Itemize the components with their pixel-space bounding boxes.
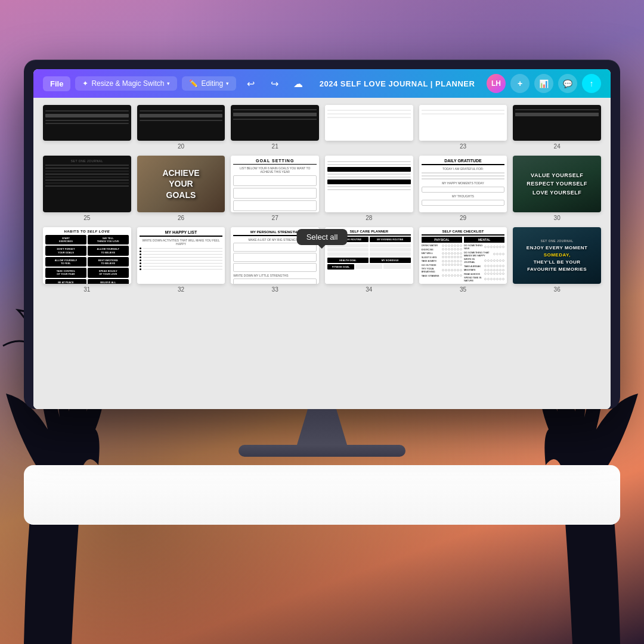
share-icon: ↑ — [590, 79, 594, 88]
page-item-36[interactable]: SET ONE JOURNAL ENJOY EVERY MOMENT SOMED… — [513, 227, 601, 293]
document-title: 2024 SELF LOVE JOURNAL | PLANNER — [320, 79, 475, 88]
pencil-icon: ✏️ — [189, 79, 198, 88]
monitor-stand-neck — [286, 409, 358, 445]
page-item-30[interactable]: VALUE YOURSELF RESPECT YOURSELF LOVE YOU… — [513, 156, 601, 221]
file-button[interactable]: File — [43, 76, 70, 91]
page-item-23[interactable]: 23 — [419, 105, 507, 150]
monitor: File ✦ Resize & Magic Switch ▾ ✏️ Editin… — [24, 60, 620, 457]
monitor-screen: File ✦ Resize & Magic Switch ▾ ✏️ Editin… — [24, 60, 620, 409]
undo-button[interactable]: ↩ — [241, 74, 260, 93]
page-item-31[interactable]: HABITS TO SELF LOVE STARTEXERCISES SAY T… — [43, 227, 131, 293]
desk-surface — [24, 465, 620, 525]
resize-magic-switch-button[interactable]: ✦ Resize & Magic Switch ▾ — [75, 76, 177, 91]
undo-icon: ↩ — [247, 78, 255, 89]
add-button[interactable]: + — [510, 74, 530, 93]
cloud-save-button[interactable]: ☁ — [289, 74, 308, 93]
magic-star-icon: ✦ — [82, 79, 88, 88]
chat-icon: 💬 — [563, 79, 572, 88]
user-avatar[interactable]: LH — [487, 74, 506, 93]
share-button[interactable]: ↑ — [582, 74, 601, 93]
navbar: File ✦ Resize & Magic Switch ▾ ✏️ Editin… — [33, 69, 611, 98]
editing-button[interactable]: ✏️ Editing ▾ — [182, 76, 236, 91]
resize-chevron-icon: ▾ — [167, 80, 170, 86]
page-item-26[interactable]: ACHIEVE YOUR GOALS 26 — [137, 156, 225, 221]
page-item-20[interactable]: 20 — [137, 105, 225, 150]
page-item-22[interactable] — [325, 105, 413, 150]
page-item-28[interactable]: 28 — [325, 156, 413, 221]
screen: File ✦ Resize & Magic Switch ▾ ✏️ Editin… — [33, 69, 611, 409]
chart-icon: 📊 — [539, 79, 549, 88]
redo-button[interactable]: ↪ — [265, 74, 284, 93]
page-item-24[interactable]: 24 — [513, 105, 601, 150]
cloud-icon: ☁ — [293, 78, 303, 89]
analytics-button[interactable]: 📊 — [534, 74, 553, 93]
select-all-tooltip[interactable]: Select all — [297, 229, 348, 245]
plus-icon: + — [518, 79, 522, 88]
page-item-29[interactable]: DAILY GRATITUDE TODAY I AM GRATEFUL FOR:… — [419, 156, 507, 221]
comments-button[interactable]: 💬 — [558, 74, 577, 93]
redo-icon: ↪ — [271, 78, 278, 89]
page-item-19[interactable] — [43, 105, 131, 150]
editing-chevron-icon: ▾ — [226, 80, 229, 86]
page-item-27[interactable]: GOAL SETTING LIST BELOW YOUR 6 MAIN GOAL… — [231, 156, 319, 221]
page-item-35[interactable]: SELF CARE CHECKLIST PHYSICAL DRINK WATER… — [419, 227, 507, 293]
page-item-25[interactable]: SET ONE JOURNAL 25 — [43, 156, 131, 221]
page-item-32[interactable]: MY HAPPY LIST WRITE DOWN ACTIVITIES THAT… — [137, 227, 225, 293]
monitor-stand-base — [239, 445, 405, 457]
page-item-21[interactable]: 21 — [231, 105, 319, 150]
pages-grid: 20 21 — [33, 98, 611, 409]
